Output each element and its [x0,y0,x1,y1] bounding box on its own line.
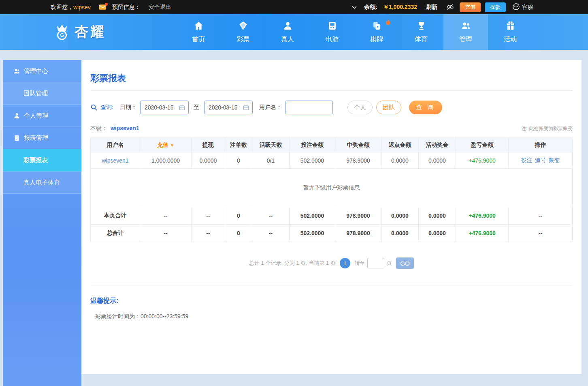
team-filter-button[interactable]: 团队 [376,101,401,114]
document-icon [13,135,20,142]
pagination-summary: 总计 1 个记录, 分为 1 页, 当前第 1 页 [249,259,336,267]
logo[interactable]: G 杏耀 [53,22,106,42]
username-label: 用户名： [259,104,282,111]
balance-label: 余额: [364,4,377,11]
calendar-icon[interactable] [243,105,249,111]
col-recharge-sort[interactable]: 充值 ▼ [140,138,192,152]
table-header-row: 用户名 充值 ▼ 提现 注单数 活跃天数 投注金额 中奖金额 返点金额 活动奖金… [91,138,573,152]
row-username-link[interactable]: wipseven1 [102,157,128,164]
pagination: 总计 1 个记录, 分为 1 页, 当前第 1 页 1 转至 页 GO [90,257,573,269]
date-to-label: 至 [194,104,199,111]
customer-service-button[interactable]: 客服 [512,3,533,12]
tips-section: 温馨提示: 彩票统计时间为：00:00:00--23:59:59 [90,285,573,320]
welcome-text: 欢迎您，wipsev [51,4,91,11]
mahjong-tiles-icon [372,21,382,32]
svg-text:G: G [60,32,64,38]
sort-desc-icon: ▼ [170,143,174,148]
logo-emblem-icon: G [53,22,71,42]
nav-item-egames[interactable]: 电游 [310,14,354,50]
date-label: 日期： [120,104,137,111]
chase-link[interactable]: 追号 [535,157,546,163]
bet-detail-link[interactable]: 投注 [521,157,533,163]
date-from-field[interactable] [140,101,189,114]
col-active-days: 活跃天数 [252,138,290,152]
empty-message: 暂无下级用户彩票信息 [91,169,573,207]
page-total-row: 本页合计 -- -- 0 -- 502.0000 978.9000 0.0000… [91,207,573,225]
gift-icon [505,21,516,32]
nav-item-home[interactable]: 首页 [176,14,221,50]
nav-item-chess[interactable]: 棋牌 [354,14,399,50]
gem-icon [238,21,248,32]
col-win-amount: 中奖金额 [335,138,381,152]
sidebar-item-lottery-report[interactable]: 彩票报表 [3,149,81,172]
content-panel: 彩票报表 查询: 日期： 至 用户名： [81,60,582,374]
balance-value: ￥1,000.2332 [383,4,417,11]
goto-label: 转至 [354,259,365,267]
search-button[interactable]: 查 询 [409,101,442,114]
table-row: wipseven1 1,000.0000 0.0000 0 0/1 502.00… [91,152,573,169]
sidebar-item-report-manage[interactable]: 报表管理 [3,127,81,149]
arcade-icon [327,21,337,32]
recharge-button[interactable]: 充值 [460,2,481,12]
sidebar-item-personal-manage[interactable]: 个人管理 [3,105,81,127]
refresh-balance-link[interactable]: 刷新 [426,4,437,11]
col-actions: 操作 [509,138,573,152]
page-unit-label: 页 [387,259,392,267]
go-button[interactable]: GO [396,257,414,269]
username: wipsev [73,4,91,11]
empty-row: 暂无下级用户彩票信息 [91,169,573,207]
account-change-note: 注: 此处账变为彩票账变 [521,125,573,132]
person-icon [283,21,293,32]
sidebar: 管理中心 团队管理 个人管理 报表管理 彩票报表 真人电子体育 [3,60,81,386]
row-profit: +476.9000 [456,152,509,169]
tips-title: 温馨提示: [90,297,573,305]
nav-item-sports[interactable]: 体育 [399,14,443,50]
grand-total-row: 总合计 -- -- 0 -- 502.0000 978.9000 0.0000 … [91,225,573,242]
people-icon [461,21,471,32]
topbar: 欢迎您，wipsev 预留信息： 安全退出 余额: ￥1,000.2332 刷新… [0,0,588,14]
page-1-button[interactable]: 1 [340,258,350,268]
logout-link[interactable]: 安全退出 [149,4,171,11]
search-bar: 查询: 日期： 至 用户名： 个人 团队 查 询 [90,101,573,114]
page-title: 彩票报表 [90,72,573,84]
search-icon [90,104,98,111]
personal-filter-button[interactable]: 个人 [347,101,373,114]
reserved-info-label: 预留信息： [112,4,141,11]
date-to-input[interactable] [209,104,243,111]
calendar-icon[interactable] [179,105,185,111]
sidebar-item-team-manage[interactable]: 团队管理 [3,82,81,105]
logo-text: 杏耀 [75,23,106,41]
person-icon [13,112,20,119]
account-change-link[interactable]: 账变 [549,157,560,163]
withdraw-button[interactable]: 提款 [485,2,506,12]
nav-item-lottery[interactable]: 彩票 [221,14,265,50]
col-username: 用户名 [91,138,140,152]
date-from-input[interactable] [145,104,179,111]
col-rebate: 返点金额 [381,138,419,152]
nav-item-activity[interactable]: 活动 [488,14,533,50]
hide-balance-icon[interactable] [446,3,454,11]
headset-icon [512,3,520,12]
date-to-field[interactable] [204,101,253,114]
username-field[interactable] [285,101,333,114]
level-user-link[interactable]: wipseven1 [111,125,139,131]
username-input[interactable] [290,104,329,111]
notification-dot [105,3,108,6]
divider [90,90,573,91]
query-label: 查询: [100,104,113,111]
sidebar-item-live-esports[interactable]: 真人电子体育 [3,172,81,194]
page-body: 管理中心 团队管理 个人管理 报表管理 彩票报表 真人电子体育 彩票报表 查询: [0,50,588,386]
nav-item-live[interactable]: 真人 [265,14,310,50]
main-nav: G 杏耀 首页 彩票 真人 电游 棋牌 体育 [0,14,588,50]
report-table: 用户名 充值 ▼ 提现 注单数 活跃天数 投注金额 中奖金额 返点金额 活动奖金… [90,137,573,242]
col-activity-bonus: 活动奖金 [419,138,456,152]
tips-content: 彩票统计时间为：00:00:00--23:59:59 [90,313,573,320]
nav-item-manage[interactable]: 管理 [443,14,488,50]
mail-icon[interactable] [99,4,107,10]
chevron-down-icon[interactable] [352,6,357,9]
col-bet-amount: 投注金额 [290,138,335,152]
goto-page-input[interactable] [367,258,384,268]
sidebar-item-manage-center[interactable]: 管理中心 [3,60,81,82]
people-icon [13,68,20,75]
home-icon [194,21,204,32]
